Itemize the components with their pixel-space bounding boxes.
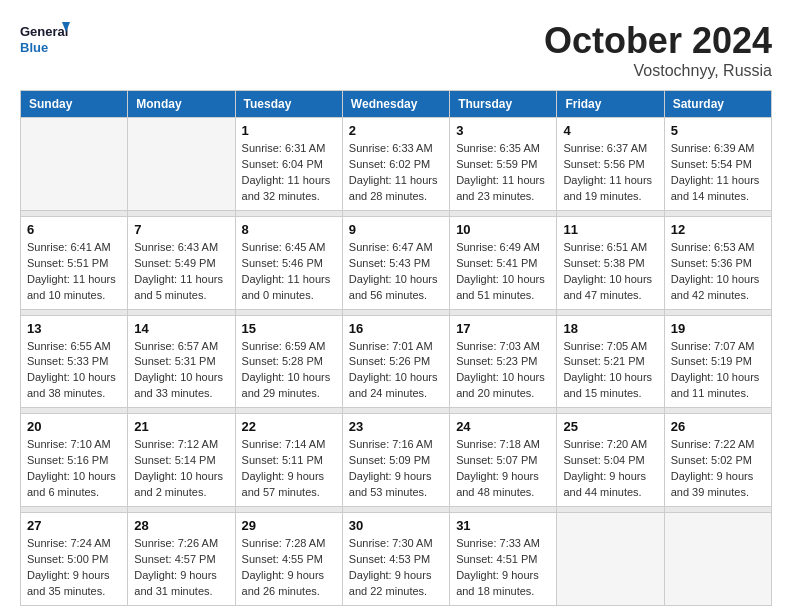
day-number: 8	[242, 222, 336, 237]
day-detail: Sunrise: 6:43 AMSunset: 5:49 PMDaylight:…	[134, 240, 228, 304]
header-thursday: Thursday	[450, 91, 557, 118]
day-detail: Sunrise: 7:12 AMSunset: 5:14 PMDaylight:…	[134, 437, 228, 501]
day-detail: Sunrise: 6:57 AMSunset: 5:31 PMDaylight:…	[134, 339, 228, 403]
calendar-cell: 10Sunrise: 6:49 AMSunset: 5:41 PMDayligh…	[450, 216, 557, 309]
day-number: 14	[134, 321, 228, 336]
day-number: 6	[27, 222, 121, 237]
day-detail: Sunrise: 7:18 AMSunset: 5:07 PMDaylight:…	[456, 437, 550, 501]
day-detail: Sunrise: 6:53 AMSunset: 5:36 PMDaylight:…	[671, 240, 765, 304]
calendar-cell: 12Sunrise: 6:53 AMSunset: 5:36 PMDayligh…	[664, 216, 771, 309]
page-header: General Blue October 2024 Vostochnyy, Ru…	[20, 20, 772, 80]
calendar-cell: 27Sunrise: 7:24 AMSunset: 5:00 PMDayligh…	[21, 513, 128, 606]
day-detail: Sunrise: 6:39 AMSunset: 5:54 PMDaylight:…	[671, 141, 765, 205]
calendar-cell: 3Sunrise: 6:35 AMSunset: 5:59 PMDaylight…	[450, 118, 557, 211]
logo: General Blue	[20, 20, 70, 60]
day-detail: Sunrise: 7:05 AMSunset: 5:21 PMDaylight:…	[563, 339, 657, 403]
day-number: 26	[671, 419, 765, 434]
calendar-cell: 24Sunrise: 7:18 AMSunset: 5:07 PMDayligh…	[450, 414, 557, 507]
calendar-cell	[21, 118, 128, 211]
day-detail: Sunrise: 7:07 AMSunset: 5:19 PMDaylight:…	[671, 339, 765, 403]
calendar-cell	[557, 513, 664, 606]
calendar-cell: 20Sunrise: 7:10 AMSunset: 5:16 PMDayligh…	[21, 414, 128, 507]
day-detail: Sunrise: 6:47 AMSunset: 5:43 PMDaylight:…	[349, 240, 443, 304]
day-number: 31	[456, 518, 550, 533]
day-detail: Sunrise: 7:22 AMSunset: 5:02 PMDaylight:…	[671, 437, 765, 501]
day-number: 19	[671, 321, 765, 336]
day-number: 17	[456, 321, 550, 336]
day-number: 5	[671, 123, 765, 138]
week-row-4: 20Sunrise: 7:10 AMSunset: 5:16 PMDayligh…	[21, 414, 772, 507]
day-detail: Sunrise: 7:33 AMSunset: 4:51 PMDaylight:…	[456, 536, 550, 600]
day-number: 21	[134, 419, 228, 434]
header-saturday: Saturday	[664, 91, 771, 118]
day-number: 18	[563, 321, 657, 336]
calendar-header: SundayMondayTuesdayWednesdayThursdayFrid…	[21, 91, 772, 118]
day-detail: Sunrise: 7:20 AMSunset: 5:04 PMDaylight:…	[563, 437, 657, 501]
week-row-1: 1Sunrise: 6:31 AMSunset: 6:04 PMDaylight…	[21, 118, 772, 211]
day-number: 2	[349, 123, 443, 138]
day-number: 1	[242, 123, 336, 138]
day-detail: Sunrise: 6:33 AMSunset: 6:02 PMDaylight:…	[349, 141, 443, 205]
calendar-cell: 2Sunrise: 6:33 AMSunset: 6:02 PMDaylight…	[342, 118, 449, 211]
calendar-cell: 25Sunrise: 7:20 AMSunset: 5:04 PMDayligh…	[557, 414, 664, 507]
title-block: October 2024 Vostochnyy, Russia	[544, 20, 772, 80]
day-detail: Sunrise: 6:49 AMSunset: 5:41 PMDaylight:…	[456, 240, 550, 304]
day-number: 12	[671, 222, 765, 237]
day-number: 30	[349, 518, 443, 533]
day-number: 4	[563, 123, 657, 138]
calendar-cell: 15Sunrise: 6:59 AMSunset: 5:28 PMDayligh…	[235, 315, 342, 408]
header-tuesday: Tuesday	[235, 91, 342, 118]
day-number: 7	[134, 222, 228, 237]
calendar-cell: 5Sunrise: 6:39 AMSunset: 5:54 PMDaylight…	[664, 118, 771, 211]
day-detail: Sunrise: 6:55 AMSunset: 5:33 PMDaylight:…	[27, 339, 121, 403]
calendar-cell: 28Sunrise: 7:26 AMSunset: 4:57 PMDayligh…	[128, 513, 235, 606]
day-number: 24	[456, 419, 550, 434]
month-title: October 2024	[544, 20, 772, 62]
week-row-5: 27Sunrise: 7:24 AMSunset: 5:00 PMDayligh…	[21, 513, 772, 606]
day-number: 13	[27, 321, 121, 336]
week-row-2: 6Sunrise: 6:41 AMSunset: 5:51 PMDaylight…	[21, 216, 772, 309]
header-wednesday: Wednesday	[342, 91, 449, 118]
calendar-cell: 1Sunrise: 6:31 AMSunset: 6:04 PMDaylight…	[235, 118, 342, 211]
day-detail: Sunrise: 6:31 AMSunset: 6:04 PMDaylight:…	[242, 141, 336, 205]
day-detail: Sunrise: 7:28 AMSunset: 4:55 PMDaylight:…	[242, 536, 336, 600]
day-number: 29	[242, 518, 336, 533]
day-number: 11	[563, 222, 657, 237]
calendar-cell: 9Sunrise: 6:47 AMSunset: 5:43 PMDaylight…	[342, 216, 449, 309]
calendar-cell: 7Sunrise: 6:43 AMSunset: 5:49 PMDaylight…	[128, 216, 235, 309]
header-monday: Monday	[128, 91, 235, 118]
day-number: 23	[349, 419, 443, 434]
day-detail: Sunrise: 6:35 AMSunset: 5:59 PMDaylight:…	[456, 141, 550, 205]
calendar-cell: 11Sunrise: 6:51 AMSunset: 5:38 PMDayligh…	[557, 216, 664, 309]
calendar-cell: 6Sunrise: 6:41 AMSunset: 5:51 PMDaylight…	[21, 216, 128, 309]
day-detail: Sunrise: 6:41 AMSunset: 5:51 PMDaylight:…	[27, 240, 121, 304]
day-detail: Sunrise: 6:45 AMSunset: 5:46 PMDaylight:…	[242, 240, 336, 304]
header-sunday: Sunday	[21, 91, 128, 118]
calendar-cell: 31Sunrise: 7:33 AMSunset: 4:51 PMDayligh…	[450, 513, 557, 606]
calendar-cell: 23Sunrise: 7:16 AMSunset: 5:09 PMDayligh…	[342, 414, 449, 507]
day-detail: Sunrise: 7:14 AMSunset: 5:11 PMDaylight:…	[242, 437, 336, 501]
day-detail: Sunrise: 7:01 AMSunset: 5:26 PMDaylight:…	[349, 339, 443, 403]
day-number: 25	[563, 419, 657, 434]
day-number: 15	[242, 321, 336, 336]
calendar-cell: 22Sunrise: 7:14 AMSunset: 5:11 PMDayligh…	[235, 414, 342, 507]
day-detail: Sunrise: 7:16 AMSunset: 5:09 PMDaylight:…	[349, 437, 443, 501]
day-detail: Sunrise: 6:51 AMSunset: 5:38 PMDaylight:…	[563, 240, 657, 304]
day-number: 10	[456, 222, 550, 237]
week-row-3: 13Sunrise: 6:55 AMSunset: 5:33 PMDayligh…	[21, 315, 772, 408]
calendar-cell: 8Sunrise: 6:45 AMSunset: 5:46 PMDaylight…	[235, 216, 342, 309]
day-detail: Sunrise: 7:03 AMSunset: 5:23 PMDaylight:…	[456, 339, 550, 403]
calendar-cell: 4Sunrise: 6:37 AMSunset: 5:56 PMDaylight…	[557, 118, 664, 211]
day-number: 3	[456, 123, 550, 138]
day-detail: Sunrise: 6:59 AMSunset: 5:28 PMDaylight:…	[242, 339, 336, 403]
calendar-cell: 13Sunrise: 6:55 AMSunset: 5:33 PMDayligh…	[21, 315, 128, 408]
day-number: 28	[134, 518, 228, 533]
day-number: 9	[349, 222, 443, 237]
subtitle: Vostochnyy, Russia	[544, 62, 772, 80]
day-detail: Sunrise: 7:26 AMSunset: 4:57 PMDaylight:…	[134, 536, 228, 600]
calendar-cell: 19Sunrise: 7:07 AMSunset: 5:19 PMDayligh…	[664, 315, 771, 408]
header-friday: Friday	[557, 91, 664, 118]
calendar-cell: 26Sunrise: 7:22 AMSunset: 5:02 PMDayligh…	[664, 414, 771, 507]
calendar-cell: 29Sunrise: 7:28 AMSunset: 4:55 PMDayligh…	[235, 513, 342, 606]
calendar-cell: 18Sunrise: 7:05 AMSunset: 5:21 PMDayligh…	[557, 315, 664, 408]
